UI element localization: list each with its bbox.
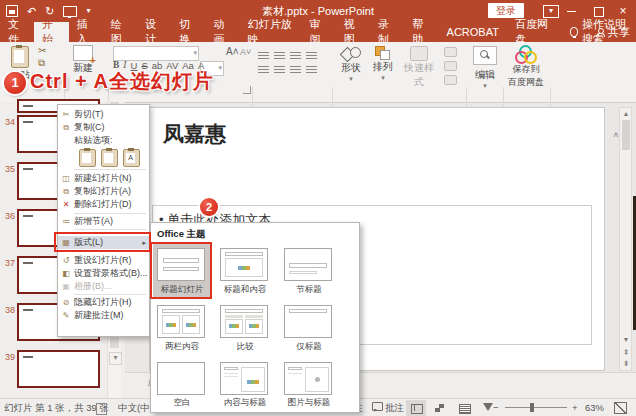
layout-section-header[interactable] xyxy=(284,248,332,281)
gallery-header: Office 主题 xyxy=(157,228,206,241)
editing-button[interactable]: 编辑 ▾ xyxy=(470,46,500,90)
comment-icon xyxy=(372,402,383,411)
layout-title-only[interactable] xyxy=(284,305,332,338)
shrink-font-icon[interactable]: A˅ xyxy=(240,47,251,57)
tab-record[interactable]: 录制 xyxy=(370,22,404,42)
sign-in-button[interactable]: 登录 xyxy=(488,3,524,18)
maximize-icon[interactable] xyxy=(594,7,604,17)
tab-file[interactable]: 文件 xyxy=(0,22,34,42)
slide-number-39: 39 xyxy=(2,352,15,362)
step2-badge: 2 xyxy=(200,198,218,216)
menu-item-hide-slide[interactable]: ⊘ 隐藏幻灯片(H) xyxy=(58,296,149,309)
tab-slideshow[interactable]: 幻灯片放映 xyxy=(240,22,302,42)
quick-styles-button[interactable]: 快速样式 xyxy=(400,46,438,89)
new-slide-icon: ◫ xyxy=(58,174,74,183)
tab-acrobat[interactable]: ACROBAT xyxy=(439,22,507,42)
duplicate-slide-icon: ⧉ xyxy=(58,187,74,197)
shapes-icon xyxy=(341,46,361,61)
shapes-button[interactable]: 形状 ▾ xyxy=(337,46,365,83)
zoom-in-icon[interactable]: + xyxy=(572,402,578,413)
menu-item-paste-options: 粘贴选项: xyxy=(58,134,149,147)
slide-number-34: 34 xyxy=(2,117,15,127)
layout-title-and-content-label: 标题和内容 xyxy=(214,284,276,296)
slide-thumbnail-39[interactable] xyxy=(17,350,100,388)
next-slide-icon[interactable]: ⇟ xyxy=(621,359,631,368)
editor-scrollbar[interactable]: ▲ ▼ ⇞ ⇟ xyxy=(619,107,632,371)
menu-item-copy[interactable]: ⧉ 复制(C) xyxy=(58,121,149,134)
font-name-select[interactable]: ▾ xyxy=(113,46,199,61)
slide-number-36: 36 xyxy=(2,211,15,221)
normal-view-button[interactable] xyxy=(406,400,426,416)
slide-title[interactable]: 凤嘉惠 xyxy=(163,120,226,148)
menu-item-add-section[interactable]: ≔ 新增节(A) xyxy=(58,215,149,228)
layout-comparison[interactable] xyxy=(220,305,268,338)
layout-blank-label: 空白 xyxy=(151,397,213,409)
zoom-level[interactable]: 63% xyxy=(585,402,604,413)
menu-item-new-comment[interactable]: ✎ 新建批注(M) xyxy=(58,309,149,322)
arrange-icon xyxy=(375,46,391,60)
menu-item-cut[interactable]: ✂ 剪切(T) xyxy=(58,108,149,121)
layout-picture-with-caption[interactable] xyxy=(284,362,332,395)
layout-title-only-label: 仅标题 xyxy=(278,341,340,353)
layout-content-with-caption-label: 内容与标题 xyxy=(214,397,276,409)
slide-sorter-button[interactable] xyxy=(430,400,450,416)
shape-format-mini-icons[interactable] xyxy=(443,47,457,87)
context-menu: ✂ 剪切(T) ⧉ 复制(C) 粘贴选项: A ◫ 新建幻灯片(N) ⧉ 复制幻… xyxy=(57,104,150,337)
scroll-up-icon[interactable]: ▲ xyxy=(621,110,631,117)
share-button[interactable]: 共享 xyxy=(596,22,630,42)
reading-view-button[interactable] xyxy=(454,400,474,416)
accessibility-icon[interactable] xyxy=(96,403,107,415)
zoom-slider-thumb[interactable] xyxy=(530,403,534,412)
comments-toggle[interactable]: 批注 xyxy=(372,402,404,415)
delete-slide-icon: ✕ xyxy=(58,200,74,209)
baidu-netdisk-icon xyxy=(515,45,537,63)
paste-merge-icon[interactable] xyxy=(101,149,118,167)
menu-item-format-background[interactable]: ◧ 设置背景格式(B)... xyxy=(58,267,149,280)
paste-keep-source-icon[interactable] xyxy=(79,149,96,167)
zoom-slider[interactable] xyxy=(505,407,567,408)
cut-icon[interactable]: ✂ xyxy=(38,45,46,56)
step1-badge: 1 xyxy=(4,72,26,94)
copy-icon[interactable]: ⧉ xyxy=(38,57,45,68)
zoom-out-icon[interactable]: − xyxy=(493,402,499,413)
tab-draw[interactable]: 绘图 xyxy=(103,22,137,42)
layout-title-and-content[interactable] xyxy=(220,248,268,281)
search-icon xyxy=(480,50,488,58)
layout-two-content-label: 两栏内容 xyxy=(151,341,213,353)
cut-icon: ✂ xyxy=(58,110,74,119)
paste-keep-text-icon[interactable]: A xyxy=(123,149,140,167)
tab-view[interactable]: 视图 xyxy=(336,22,370,42)
editor-scrollbar-thumb[interactable] xyxy=(622,120,630,150)
tab-design[interactable]: 设计 xyxy=(137,22,171,42)
menu-item-delete-slide[interactable]: ✕ 删除幻灯片(D) xyxy=(58,198,149,211)
tab-insert[interactable]: 插入 xyxy=(69,22,103,42)
menu-item-reset-slide[interactable]: ↺ 重设幻灯片(R) xyxy=(58,254,149,267)
minimize-icon[interactable] xyxy=(567,11,576,12)
layout-two-content[interactable] xyxy=(157,305,205,338)
fit-to-window-icon[interactable] xyxy=(614,402,627,414)
add-section-icon: ≔ xyxy=(58,217,74,226)
font-dialog-launcher-icon[interactable] xyxy=(243,86,251,94)
grow-font-icon[interactable]: A˄ xyxy=(226,46,239,57)
menu-item-photo-album: ▣ 相册(B)... xyxy=(58,280,149,293)
previous-slide-icon[interactable]: ⇞ xyxy=(621,348,631,357)
tab-transitions[interactable]: 切换 xyxy=(171,22,205,42)
tab-home[interactable]: 开始 xyxy=(34,22,68,42)
panel-scroll-down-icon[interactable]: ▼ xyxy=(109,352,122,365)
layout-blank[interactable] xyxy=(157,362,205,395)
menu-item-duplicate-slide[interactable]: ⧉ 复制幻灯片(A) xyxy=(58,185,149,198)
scroll-down-icon[interactable]: ▼ xyxy=(621,336,631,343)
slide-sorter-icon xyxy=(435,404,444,412)
tab-review[interactable]: 审阅 xyxy=(302,22,336,42)
person-icon xyxy=(596,28,604,36)
menu-item-new-slide[interactable]: ◫ 新建幻灯片(N) xyxy=(58,172,149,185)
arrange-button[interactable]: 排列 ▾ xyxy=(369,46,397,82)
slide-counter: 幻灯片 第 1 张，共 39 张 xyxy=(4,402,109,415)
layout-content-with-caption[interactable] xyxy=(220,362,268,395)
tab-help[interactable]: 帮助 xyxy=(404,22,438,42)
save-to-baidu-button[interactable]: 保存到 百度网盘 xyxy=(506,45,546,89)
align-icons[interactable] xyxy=(258,61,322,79)
layout-comparison-label: 比较 xyxy=(214,341,276,353)
tab-animations[interactable]: 动画 xyxy=(206,22,240,42)
tab-baidu-netdisk[interactable]: 百度网盘 xyxy=(507,22,560,42)
